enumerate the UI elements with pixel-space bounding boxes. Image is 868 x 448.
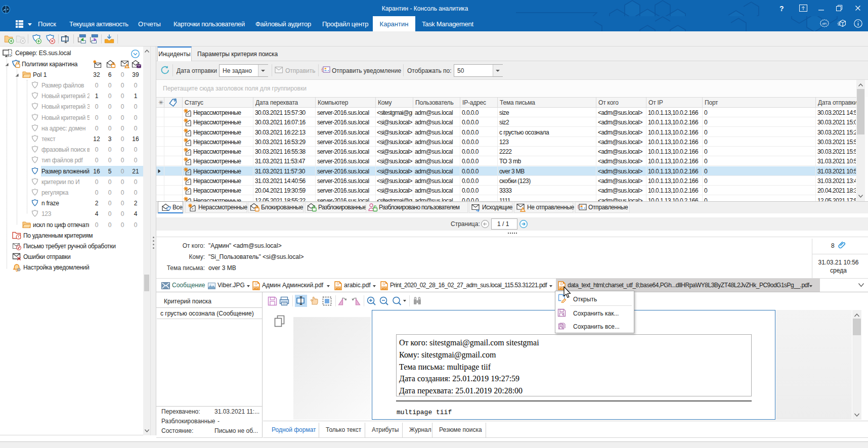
svg-text:PDF: PDF — [254, 287, 259, 289]
svg-text:G: G — [382, 282, 385, 286]
svg-text:PDF: PDF — [382, 287, 387, 289]
svg-text:G: G — [560, 282, 562, 286]
svg-text:PDF: PDF — [336, 287, 341, 289]
svg-text:API: API — [822, 22, 827, 25]
svg-text:G: G — [254, 282, 257, 286]
svg-text:G: G — [336, 282, 339, 286]
